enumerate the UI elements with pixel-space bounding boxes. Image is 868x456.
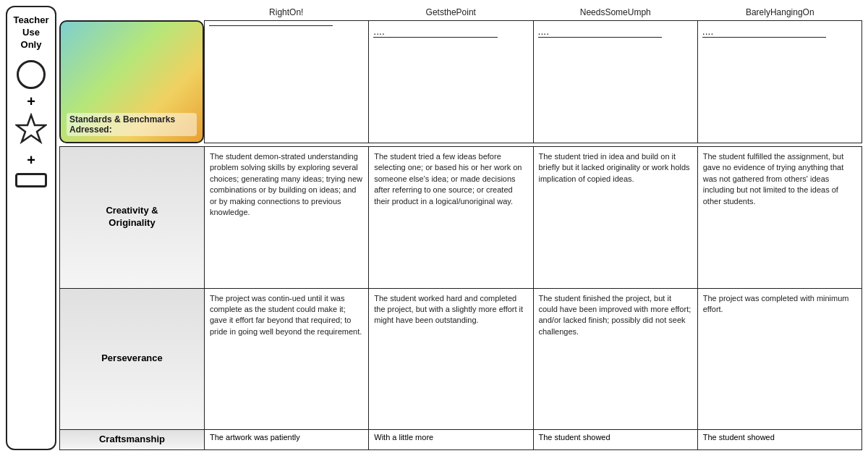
header-col1: RightOn! [204,6,369,19]
svg-marker-0 [17,115,46,142]
rubric-craftsmanship-col4: The student showed [698,430,861,449]
header-col2: GetsthePoint [369,6,534,19]
star-icon [15,113,47,149]
grade-dots-4: .... [702,25,857,37]
rubric-perseverance-col1: The project was contin-ued until it was … [205,289,369,430]
criteria-perseverance: Perseverance [60,289,205,430]
grade-dots-2: .... [373,25,528,37]
teacher-use-label: Teacher Use Only [11,14,51,51]
grade-line-3 [538,37,662,38]
grade-col-1 [204,20,369,143]
teacher-sidebar: Teacher Use Only + + [6,6,56,450]
grade-line-4 [702,37,826,38]
rubric-row-perseverance: Perseverance The project was contin-ued … [59,289,862,431]
rubric-section: Creativity &Originality The student demo… [59,146,862,450]
criteria-craftsmanship-label: Craftsmanship [99,434,165,446]
rubric-craftsmanship-col2: With a little more [369,430,533,449]
rubric-creativity-col4: The student fulfilled the assignment, bu… [698,147,861,288]
rubric-creativity-col3: The student tried in idea and build on i… [534,147,698,288]
criteria-perseverance-label: Perseverance [101,352,163,365]
grade-line-1 [209,25,333,26]
top-section: Standards & Benchmarks Adressed: .... ..… [59,20,862,143]
plus-icon-1: + [27,93,35,110]
grade-col-4: .... [698,20,862,143]
main-container: Teacher Use Only + + RightOn! GetsthePoi… [0,0,868,456]
criteria-creativity-label: Creativity &Originality [106,205,158,229]
rubric-perseverance-col2: The student worked hard and completed th… [369,289,533,430]
rubric-craftsmanship-col1: The artwork was patiently [205,430,369,449]
rubric-row-creativity: Creativity &Originality The student demo… [59,146,862,289]
standards-label: Standards & Benchmarks Adressed: [67,113,197,136]
criteria-craftsmanship: Craftsmanship [60,430,205,449]
right-content: RightOn! GetsthePoint NeedsSomeUmph Bare… [59,6,862,450]
header-row: RightOn! GetsthePoint NeedsSomeUmph Bare… [204,6,862,19]
criteria-creativity: Creativity &Originality [60,147,205,288]
rubric-perseverance-col3: The student finished the project, but it… [534,289,698,430]
rubric-row-craftsmanship: Craftsmanship The artwork was patiently … [59,430,862,450]
grade-columns: .... .... .... [204,20,862,143]
header-col3: NeedsSomeUmph [533,6,698,19]
grade-dots-3: .... [538,25,693,37]
header-col4: BarelyHangingOn [698,6,863,19]
grade-col-2: .... [369,20,533,143]
rubric-creativity-col2: The student tried a few ideas before sel… [369,147,533,288]
rubric-perseverance-col4: The project was completed with minimum e… [698,289,861,430]
grade-col-3: .... [534,20,698,143]
rubric-craftsmanship-col3: The student showed [534,430,698,449]
standards-box: Standards & Benchmarks Adressed: [59,20,204,143]
circle-icon [17,60,46,89]
plus-icon-2: + [27,152,35,169]
rubric-creativity-col1: The student demon-strated understanding … [205,147,369,288]
grade-line-2 [373,37,497,38]
rectangle-icon [15,173,47,187]
